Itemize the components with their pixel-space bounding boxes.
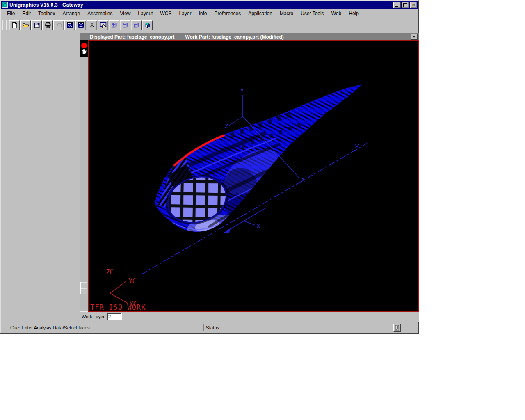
menu-item-edit[interactable]: Edit (22, 11, 31, 16)
graphics-close-button[interactable]: ✕ (411, 34, 418, 40)
view-control-strip (80, 40, 88, 312)
wire-cube-3-icon (133, 22, 140, 29)
toolbar-drag-handle[interactable] (2, 20, 7, 30)
interrupt-panel (80, 40, 88, 57)
status-scroll-button[interactable] (393, 324, 401, 332)
minimize-icon (395, 6, 398, 7)
close-button[interactable]: ✕ (410, 2, 417, 8)
viewport[interactable]: Y Z X X (88, 40, 419, 312)
orient-csys-button[interactable] (87, 20, 97, 30)
graphics-window-titlebar[interactable]: Displayed Part: fuselage_canopy.prt Work… (80, 33, 419, 40)
unigraphics-logo-icon (2, 2, 8, 8)
open-folder-icon (22, 22, 29, 29)
axis-y-label: Y (240, 87, 244, 94)
menu-item-arrange[interactable]: Arrange (62, 11, 80, 16)
menu-item-wcs[interactable]: WCS (160, 11, 171, 16)
menu-bar: FileEditToolboxArrangeAssembliesViewLayo… (1, 9, 418, 18)
work-layer-row: Work Layer (80, 312, 419, 322)
save-part-button[interactable] (31, 20, 42, 30)
progress-dot-icon (82, 49, 87, 54)
open-part-button[interactable] (20, 20, 31, 30)
menu-item-preferences[interactable]: Preferences (214, 11, 241, 16)
view-scrollbar[interactable] (80, 57, 88, 312)
minimize-button[interactable] (393, 2, 401, 8)
axis-z-label: Z (225, 123, 228, 129)
workspace-background: Displayed Part: fuselage_canopy.prt Work… (1, 32, 418, 322)
work-layer-input[interactable] (107, 313, 122, 320)
save-floppy-icon (33, 22, 40, 29)
menu-item-file[interactable]: File (7, 11, 15, 16)
fit-window-icon (78, 22, 84, 29)
axis-x-label: X (301, 176, 305, 183)
menu-item-application[interactable]: Application (248, 11, 272, 16)
menu-item-info[interactable]: Info (199, 11, 207, 16)
menu-item-layout[interactable]: Layout (138, 11, 153, 16)
shaded-cube-icon (144, 22, 151, 29)
new-part-button[interactable] (9, 20, 20, 30)
menu-item-toolbox[interactable]: Toolbox (38, 11, 55, 16)
stop-button[interactable] (81, 43, 87, 48)
mini-scrollbar-icon (395, 325, 399, 331)
pan-hand-icon (100, 22, 107, 29)
maximize-icon (403, 3, 407, 7)
work-layer-label: Work Layer (82, 314, 105, 319)
application-window: Unigraphics V15.0.3 - Gateway ✕ FileEdit… (0, 0, 419, 334)
maximize-button[interactable] (402, 2, 409, 8)
print-button[interactable] (42, 20, 53, 30)
view-status-label: TFR-ISO WORK (90, 303, 146, 311)
undo-button[interactable] (53, 20, 64, 30)
status-bar: Cue: Enter Analysis Data/Select faces St… (1, 322, 418, 333)
menu-item-web[interactable]: Web (331, 11, 341, 16)
datum-x-label: X (257, 223, 260, 229)
undo-arrow-icon (55, 22, 62, 29)
titlebar[interactable]: Unigraphics V15.0.3 - Gateway ✕ (1, 1, 418, 9)
toolbar (1, 18, 418, 32)
status-text: Status: (206, 325, 221, 330)
status-panel: Status: (203, 324, 392, 331)
menu-item-macro[interactable]: Macro (280, 11, 293, 16)
zoom-view-button[interactable] (64, 20, 75, 30)
wire-cube-icon (111, 22, 118, 29)
shaded-view-button[interactable] (142, 20, 153, 30)
menu-item-assemblies[interactable]: Assemblies (87, 11, 112, 16)
menu-item-help[interactable]: Help (349, 11, 359, 16)
fit-view-button[interactable] (75, 20, 86, 30)
cue-text: Cue: Enter Analysis Data/Select faces (10, 325, 90, 330)
wireframe-view-1-button[interactable] (109, 20, 119, 30)
printer-icon (44, 22, 51, 29)
axes-triad-icon (89, 22, 96, 29)
viewport-canvas[interactable]: Y Z X X (89, 41, 418, 311)
work-part-label: Work Part: fuselage_canopy.prt (Modified… (185, 34, 284, 40)
wireframe-view-2-button[interactable] (120, 20, 130, 30)
menu-item-layer[interactable]: Layer (179, 11, 191, 16)
close-icon: ✕ (411, 3, 415, 7)
wcs-zc-label: ZC (106, 269, 113, 276)
menu-item-view[interactable]: View (120, 11, 131, 16)
wcs-yc-label: YC (128, 278, 136, 285)
new-document-icon (11, 22, 18, 29)
wire-cube-2-icon (122, 22, 129, 29)
cue-panel: Cue: Enter Analysis Data/Select faces (8, 324, 202, 331)
graphics-window: Displayed Part: fuselage_canopy.prt Work… (80, 33, 419, 322)
view-scrollbar-thumb[interactable] (80, 282, 87, 294)
wireframe-view-3-button[interactable] (131, 20, 142, 30)
statusbar-drag-handle[interactable] (2, 324, 5, 331)
displayed-part-label: Displayed Part: fuselage_canopy.prt (90, 34, 175, 40)
window-title: Unigraphics V15.0.3 - Gateway (9, 2, 393, 8)
zoom-window-icon (66, 22, 73, 29)
pan-view-button[interactable] (98, 20, 108, 30)
close-icon: ✕ (412, 35, 415, 39)
menu-item-user-tools[interactable]: User Tools (301, 11, 324, 16)
